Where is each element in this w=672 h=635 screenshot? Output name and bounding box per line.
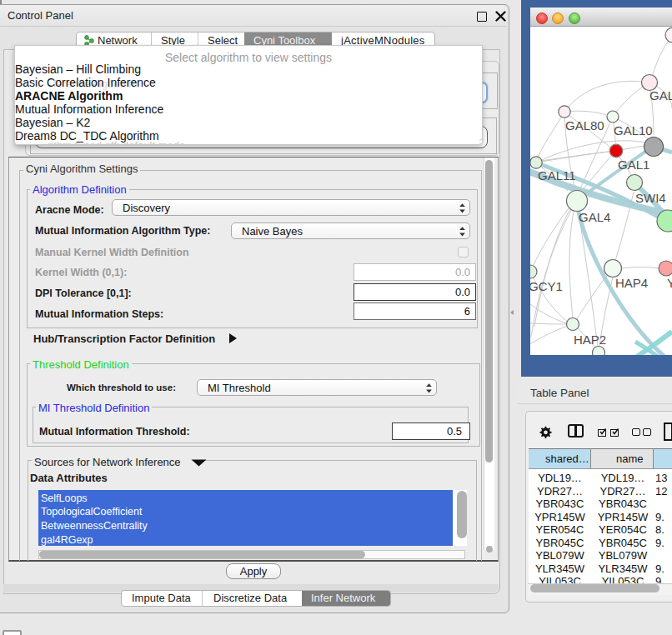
svg-text:HAP4: HAP4 [615, 276, 648, 290]
svg-text:GCY1: GCY1 [530, 279, 563, 293]
svg-text:GAL80: GAL80 [565, 118, 604, 132]
svg-text:GAL7: GAL7 [649, 88, 672, 102]
svg-text:SWI4: SWI4 [635, 191, 666, 205]
svg-text:GAL1: GAL1 [618, 158, 649, 172]
svg-text:GAL11: GAL11 [538, 168, 576, 182]
svg-text:Y: Y [667, 276, 672, 290]
svg-text:GAL4: GAL4 [579, 210, 610, 224]
svg-text:GAL10: GAL10 [614, 123, 653, 138]
svg-text:HAP2: HAP2 [574, 332, 606, 347]
